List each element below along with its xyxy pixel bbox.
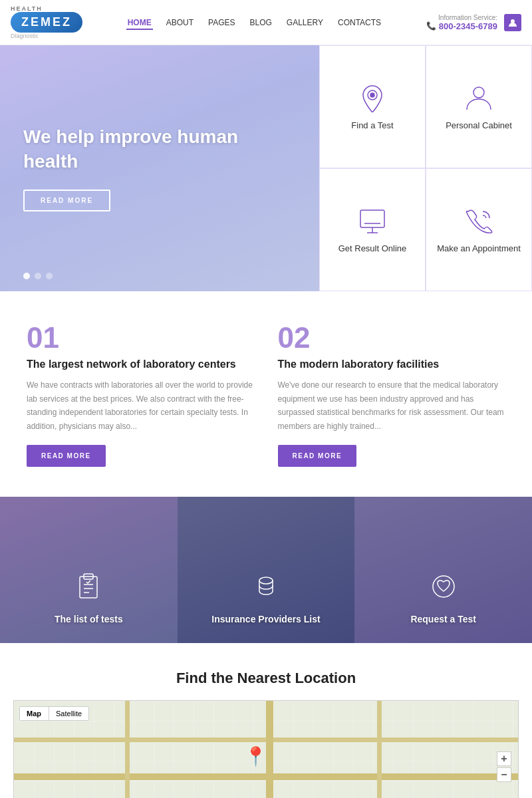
service-card-tests[interactable]: The list of tests [0,497,178,643]
info-service: Information Service: 📞 800-2345-6789 [426,14,521,31]
service-3-label: Request a Test [410,614,476,624]
service-card-request[interactable]: Request a Test [354,497,532,643]
hero-read-more-button[interactable]: READ MORE [23,190,110,211]
nav-about[interactable]: ABOUT [165,15,195,30]
hero-card-appointment[interactable]: Make an Appointment [426,168,532,291]
feature-1: 01 The largest network of laboratory cen… [27,321,255,467]
map-container: 📍 Map Satellite + − Map data ©2019 Googl… [13,700,519,798]
hero-left: We help improve human health READ MORE [0,45,319,291]
clipboard-icon [73,571,104,604]
phone-call-icon [464,206,493,235]
road-v3 [377,701,382,798]
nav-contacts[interactable]: CONTACTS [336,15,382,30]
nav-gallery[interactable]: GALLERY [285,15,325,30]
svg-point-3 [473,87,484,98]
feature-2-title: The modern laboratory facilities [278,357,506,372]
map-pin: 📍 [244,745,267,767]
coins-icon [251,571,281,604]
feature-1-title: The largest network of laboratory center… [27,357,255,372]
services-band: The list of tests Insurance Providers Li… [0,497,532,643]
hero-dot-3[interactable] [46,273,53,279]
header-phone: 📞 800-2345-6789 [426,21,497,31]
svg-point-2 [370,93,374,97]
user-avatar-btn[interactable] [504,14,521,31]
svg-rect-8 [80,577,97,598]
map-section-title: Find the Nearest Location [13,670,519,687]
hero-card-get-result[interactable]: Get Result Online [319,168,426,291]
feature-2-num: 02 [278,321,506,354]
person-icon [464,83,493,112]
logo-badge[interactable]: ZEMEZ [11,12,82,33]
get-result-label: Get Result Online [338,243,407,253]
map-btn-satellite[interactable]: Satellite [49,707,88,720]
nav-home[interactable]: HOME [126,15,153,30]
hero-content: We help improve human health READ MORE [0,45,319,291]
hero-card-personal-cabinet[interactable]: Personal Cabinet [426,45,532,168]
feature-2: 02 The modern laboratory facilities We'v… [278,321,506,467]
phone-number: 800-2345-6789 [439,21,497,31]
logo-sub-text: Diagnostic [11,33,39,39]
svg-point-14 [433,576,454,597]
nav-pages[interactable]: PAGES [207,15,236,30]
hero-cards-grid: Find a Test Personal Cabinet Get Result … [319,45,532,291]
map-zoom-out[interactable]: − [497,767,511,782]
feature-1-num: 01 [27,321,255,354]
find-test-label: Find a Test [351,120,393,130]
service-2-label: Insurance Providers List [211,614,320,624]
hero-card-find-test[interactable]: Find a Test [319,45,426,168]
svg-rect-4 [360,210,384,227]
pin-icon [358,83,387,112]
service-card-insurance[interactable]: Insurance Providers List [178,497,355,643]
map-type-controls: Map Satellite [19,706,89,721]
map-zoom-in[interactable]: + [497,751,511,766]
feature-2-desc: We've done our research to ensure that t… [278,378,506,433]
service-1-label: The list of tests [55,614,123,624]
svg-point-13 [259,577,273,584]
header: HEALTH ZEMEZ Diagnostic HOME ABOUT PAGES… [0,0,532,45]
nav-blog[interactable]: BLOG [248,15,273,30]
logo-top-text: HEALTH [11,5,43,12]
map-zoom-controls: + − [497,751,511,782]
monitor-icon [358,206,387,235]
info-label: Information Service: [426,14,497,21]
phone-icon: 📞 [426,21,436,31]
hero-title: We help improve human health [23,125,296,174]
hero-dot-2[interactable] [35,273,41,279]
feature-1-desc: We have contracts with laboratories all … [27,378,255,433]
hero-dot-1[interactable] [23,273,30,279]
map-btn-map[interactable]: Map [20,707,48,720]
feature-2-read-more[interactable]: READ MORE [278,445,357,467]
logo-area: HEALTH ZEMEZ Diagnostic [11,5,82,39]
appointment-label: Make an Appointment [437,243,521,253]
personal-cabinet-label: Personal Cabinet [446,120,512,130]
hero-section: We help improve human health READ MORE F… [0,45,532,291]
feature-1-read-more[interactable]: READ MORE [27,445,106,467]
map-section: Find the Nearest Location 📍 Map Satellit… [0,643,532,798]
features-section: 01 The largest network of laboratory cen… [0,291,532,497]
hero-dots [23,273,53,279]
main-nav: HOME ABOUT PAGES BLOG GALLERY CONTACTS [126,15,382,30]
heart-icon [428,571,459,604]
road-v1 [125,701,130,798]
